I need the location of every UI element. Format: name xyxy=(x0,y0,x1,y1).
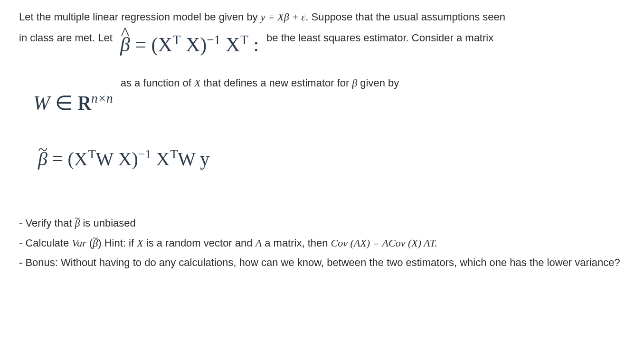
text: given by xyxy=(360,76,399,91)
text: be the least squares estimator. Consider… xyxy=(266,30,493,46)
intro-line-2: in class are met. Let β = (XT X)−1 XT : … xyxy=(19,30,625,61)
text: - Bonus: Without having to do any calcul… xyxy=(19,256,620,268)
var-X: X xyxy=(137,237,143,249)
eq-part: = (X xyxy=(47,148,88,170)
superscript-T: T xyxy=(240,31,248,50)
beta-tilde: β xyxy=(93,236,98,251)
W-definition: W ∈ Rn×n xyxy=(19,76,118,131)
beta-hat-equation: β = (XT X)−1 XT : xyxy=(115,30,264,61)
text: is unbiased xyxy=(80,217,135,229)
text: a matrix, then xyxy=(262,237,331,249)
text: ( xyxy=(86,237,93,249)
list-item: - Verify that β is unbiased xyxy=(19,216,625,231)
list-item: - Bonus: Without having to do any calcul… xyxy=(19,255,625,270)
problem-statement: Let the multiple linear regression model… xyxy=(0,0,644,285)
superscript-neg1: −1 xyxy=(207,31,220,50)
var-beta: β xyxy=(352,76,357,91)
intro-line-3: W ∈ Rn×n as a function of X that defines… xyxy=(19,76,625,131)
eq-part: W X) xyxy=(96,148,138,170)
intro-line-1: Let the multiple linear regression model… xyxy=(19,10,625,25)
cov-expression: (AX) = ACov (X) AT. xyxy=(348,237,437,249)
beta-tilde-equation: β = (XTW X)−1 XTW y xyxy=(19,131,209,187)
eq-part: = (X xyxy=(130,34,172,56)
cov-operator: Cov xyxy=(331,237,348,249)
text: that defines a new estimator for xyxy=(203,76,349,91)
text: Hint: if xyxy=(102,237,137,249)
eq-part: X xyxy=(152,148,170,170)
eq-part: X) xyxy=(181,34,207,56)
eq-part: W y xyxy=(178,148,209,170)
text: in class are met. Let xyxy=(19,30,113,46)
superscript-T: T xyxy=(170,145,178,163)
text: as a function of xyxy=(121,76,191,91)
eq-part: X xyxy=(220,34,240,56)
superscript-T: T xyxy=(88,145,96,163)
var-operator: Var xyxy=(72,237,86,249)
model-equation: y = Xβ + ε xyxy=(261,11,306,23)
var-A: A xyxy=(256,237,262,249)
superscript-nxn: n×n xyxy=(91,89,113,108)
text: - Calculate xyxy=(19,237,72,249)
text: is a random vector and xyxy=(143,237,256,249)
beta-tilde: β xyxy=(75,216,80,231)
text: . Suppose that the usual assumptions see… xyxy=(305,11,505,23)
superscript-T: T xyxy=(173,31,181,50)
text: Let the multiple linear regression model… xyxy=(19,11,261,23)
text: - Verify that xyxy=(19,217,75,229)
var-X: X xyxy=(194,76,200,91)
superscript-neg1: −1 xyxy=(138,145,152,163)
list-item: - Calculate Var (β) Hint: if X is a rand… xyxy=(19,236,625,251)
question-list: - Verify that β is unbiased - Calculate … xyxy=(19,216,625,271)
text: ) xyxy=(98,237,101,249)
